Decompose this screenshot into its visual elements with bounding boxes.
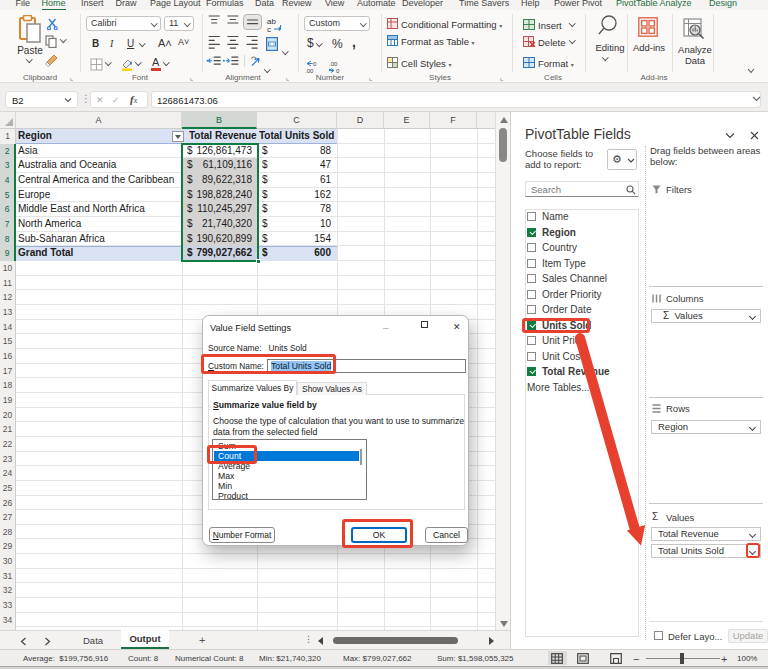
svg-text:c: c [267, 25, 271, 33]
svg-text:.00: .00 [329, 61, 338, 67]
svg-text:0: 0 [313, 61, 317, 67]
